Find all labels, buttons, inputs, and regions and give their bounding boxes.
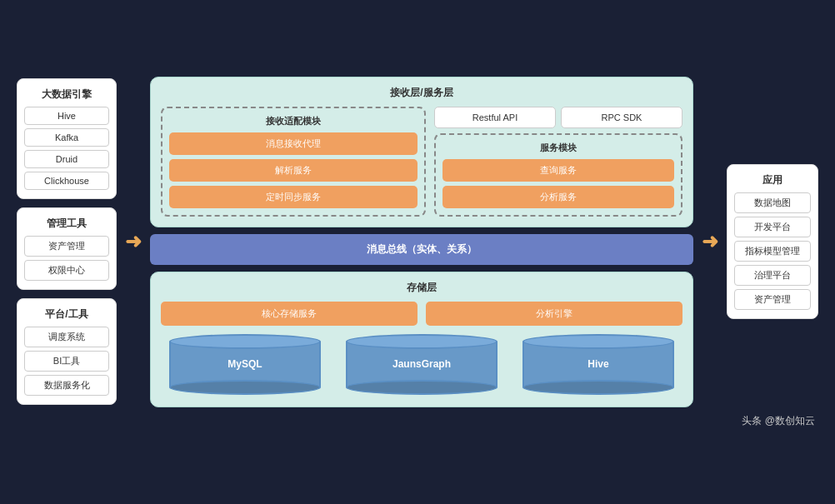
core-storage-service: 核心存储服务	[161, 302, 418, 326]
hive-cyl-top	[522, 334, 674, 349]
message-bus: 消息总线（实体、关系）	[150, 234, 693, 265]
api-row: Restful API RPC SDK	[434, 107, 682, 128]
reception-layer: 接收层/服务层 接收适配模块 消息接收代理 解析服务 定时同步服务 Restfu…	[150, 77, 693, 227]
app-item-3: 治理平台	[734, 265, 811, 286]
platform-tools-section: 平台/工具 调度系统 BI工具 数据服务化	[17, 298, 117, 405]
service-item-1: 分析服务	[442, 186, 674, 208]
hive-cyl-wrapper: Hive	[522, 334, 674, 395]
mysql-cyl-bot	[169, 380, 321, 395]
service-module-title: 服务模块	[442, 142, 674, 154]
list-item: Clickhouse	[24, 172, 109, 190]
database-row: MySQL JaunsGraph	[161, 334, 682, 395]
mysql-cyl-top	[169, 334, 321, 349]
right-arrow: ➜	[693, 230, 727, 253]
main-layout: 大数据引擎 Hive Kafka Druid Clickhouse 管理工具 资…	[17, 77, 818, 407]
adapt-module-title: 接收适配模块	[169, 115, 418, 127]
adapt-module: 接收适配模块 消息接收代理 解析服务 定时同步服务	[161, 107, 426, 217]
service-module: 服务模块 查询服务 分析服务	[434, 133, 682, 217]
big-data-engine-title: 大数据引擎	[24, 87, 109, 102]
list-item: 权限中心	[24, 260, 109, 281]
adapt-item-0: 消息接收代理	[169, 132, 418, 155]
right-panel: 应用 数据地图 开发平台 指标模型管理 治理平台 资产管理	[727, 164, 818, 319]
platform-tools-title: 平台/工具	[24, 307, 109, 322]
reception-layer-title: 接收层/服务层	[161, 86, 682, 100]
analysis-engine: 分析引擎	[426, 302, 682, 326]
app-item-2: 指标模型管理	[734, 241, 811, 262]
app-item-0: 数据地图	[734, 192, 811, 213]
mysql-cyl-wrapper: MySQL	[169, 334, 321, 395]
service-item-0: 查询服务	[442, 159, 674, 182]
rpc-sdk-box: RPC SDK	[561, 107, 682, 128]
diagram-container: 大数据引擎 Hive Kafka Druid Clickhouse 管理工具 资…	[17, 77, 818, 428]
list-item: Hive	[24, 107, 109, 125]
jaunsgraph-cyl-wrapper: JaunsGraph	[346, 334, 498, 395]
app-item-1: 开发平台	[734, 217, 811, 237]
storage-layer-title: 存储层	[161, 281, 682, 295]
restful-api-box: Restful API	[434, 107, 556, 128]
left-panel: 大数据引擎 Hive Kafka Druid Clickhouse 管理工具 资…	[17, 78, 117, 405]
list-item: Druid	[24, 150, 109, 168]
reception-inner: 接收适配模块 消息接收代理 解析服务 定时同步服务 Restful API RP…	[161, 107, 682, 217]
list-item: BI工具	[24, 351, 109, 372]
management-tools-title: 管理工具	[24, 217, 109, 231]
storage-layer: 存储层 核心存储服务 分析引擎 MySQL	[150, 272, 693, 407]
app-item-4: 资产管理	[734, 289, 811, 310]
adapt-item-2: 定时同步服务	[169, 186, 418, 208]
jaunsgraph-cyl-bot	[346, 380, 498, 395]
management-tools-section: 管理工具 资产管理 权限中心	[17, 207, 117, 290]
list-item: 数据服务化	[24, 375, 109, 396]
hive-cylinder: Hive	[514, 334, 682, 395]
left-arrow: ➜	[117, 230, 150, 253]
jaunsgraph-cyl-top	[346, 334, 498, 349]
center-panel: 接收层/服务层 接收适配模块 消息接收代理 解析服务 定时同步服务 Restfu…	[150, 77, 693, 407]
jaunsgraph-cylinder: JaunsGraph	[338, 334, 506, 395]
storage-services-row: 核心存储服务 分析引擎	[161, 302, 682, 326]
list-item: 调度系统	[24, 327, 109, 347]
service-right: Restful API RPC SDK 服务模块 查询服务 分析服务	[434, 107, 682, 217]
hive-cyl-bot	[522, 380, 674, 395]
application-title: 应用	[734, 173, 811, 187]
adapt-item-1: 解析服务	[169, 159, 418, 182]
big-data-engine-section: 大数据引擎 Hive Kafka Druid Clickhouse	[17, 78, 117, 199]
list-item: 资产管理	[24, 236, 109, 257]
watermark: 头条 @数创知云	[17, 414, 818, 428]
mysql-cylinder: MySQL	[161, 334, 329, 395]
application-section: 应用 数据地图 开发平台 指标模型管理 治理平台 资产管理	[727, 164, 818, 319]
list-item: Kafka	[24, 128, 109, 147]
